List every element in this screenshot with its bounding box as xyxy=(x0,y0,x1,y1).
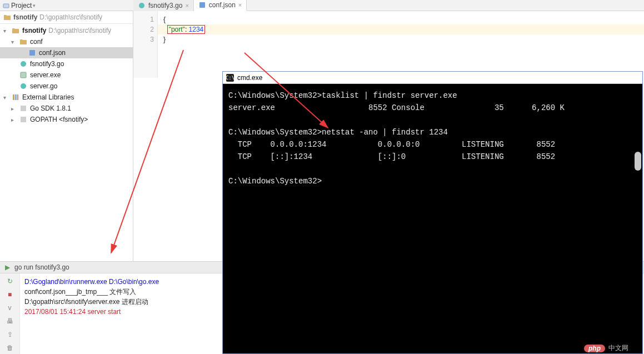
breadcrumb-path: D:\gopath\src\fsnotify xyxy=(39,13,102,21)
cmd-window: C:\ cmd.exe C:\Windows\System32>tasklist… xyxy=(222,71,643,354)
tree-item-label: server.exe xyxy=(30,71,61,79)
watermark-brand: php xyxy=(584,345,605,352)
tree-root[interactable]: ▾ fsnotify D:\gopath\src\fsnotify xyxy=(0,25,133,36)
code-editor[interactable]: 1 2 3 { "port": 1234 } xyxy=(133,11,644,78)
expand-arrow-icon[interactable]: ▸ xyxy=(11,117,17,123)
sdk-icon xyxy=(19,104,28,113)
tree-gopath[interactable]: ▸ GOPATH <fsnotify> xyxy=(0,114,133,125)
breadcrumb: fsnotify D:\gopath\src\fsnotify xyxy=(0,11,133,24)
chevron-down-icon: ▾ xyxy=(33,3,36,8)
project-label: Project xyxy=(11,2,32,9)
scrollbar-thumb[interactable] xyxy=(635,152,641,171)
run-config-name[interactable]: go run fsnotify3.go xyxy=(14,263,69,271)
editor-body[interactable]: { "port": 1234 } xyxy=(158,11,644,78)
library-icon xyxy=(11,93,20,102)
svg-point-1 xyxy=(139,3,144,8)
tab-label: fsnotify3.go xyxy=(148,2,182,9)
cmd-titlebar[interactable]: C:\ cmd.exe xyxy=(223,72,642,84)
tree-item-label: server.go xyxy=(30,82,57,90)
exe-file-icon xyxy=(19,71,28,79)
tree-item-label: conf xyxy=(30,38,43,46)
cmd-output[interactable]: C:\Windows\System32>tasklist | findstr s… xyxy=(223,84,642,193)
tree-folder-conf[interactable]: ▾ conf xyxy=(0,36,133,47)
go-file-icon xyxy=(138,2,146,9)
expand-arrow-icon[interactable]: ▾ xyxy=(3,28,9,34)
svg-rect-11 xyxy=(21,117,26,122)
svg-rect-5 xyxy=(21,72,26,78)
svg-rect-10 xyxy=(21,106,26,111)
tree-go-sdk[interactable]: ▸ Go SDK 1.8.1 xyxy=(0,103,133,114)
tree-item-path: D:\gopath\src\fsnotify xyxy=(48,27,111,34)
tree-file-server-go[interactable]: server.go xyxy=(0,81,133,92)
tree-item-label: GOPATH <fsnotify> xyxy=(30,116,88,123)
close-icon[interactable]: × xyxy=(185,2,188,9)
tab-conf-json[interactable]: conf.json × xyxy=(194,0,247,11)
expand-arrow-icon[interactable]: ▸ xyxy=(11,106,17,112)
svg-rect-3 xyxy=(29,50,35,56)
tree-file-fsnotify3[interactable]: fsnotify3.go xyxy=(0,58,133,69)
print-icon[interactable]: 🖶 xyxy=(6,317,14,326)
svg-rect-0 xyxy=(3,4,9,8)
console-gutter: ↻ ■ v 🖶 ⇪ 🗑 xyxy=(0,273,20,354)
cmd-icon: C:\ xyxy=(226,74,234,82)
svg-rect-2 xyxy=(199,2,205,8)
console-line: D:\gopath\src\fsnotify\server.exe 进程启动 xyxy=(24,298,148,306)
project-tree[interactable]: ▾ fsnotify D:\gopath\src\fsnotify ▾ conf… xyxy=(0,24,133,126)
highlighted-kv: "port": 1234 xyxy=(167,25,206,34)
svg-point-6 xyxy=(21,83,26,89)
editor-tabs: fsnotify3.go × conf.json × xyxy=(133,0,644,11)
export-icon[interactable]: ⇪ xyxy=(6,330,14,339)
console-line: conf\conf.json___jb_tmp___ 文件写入 xyxy=(24,288,136,296)
code-brace: } xyxy=(163,36,166,43)
tree-item-label: Go SDK 1.8.1 xyxy=(30,104,71,112)
line-number: 2 xyxy=(133,24,154,34)
tree-item-label: External Libraries xyxy=(22,93,74,101)
svg-rect-7 xyxy=(13,94,14,100)
rerun-icon[interactable]: ↻ xyxy=(6,277,14,286)
line-number: 3 xyxy=(133,34,154,44)
folder-icon xyxy=(11,26,20,35)
project-icon xyxy=(2,2,10,9)
code-brace: { xyxy=(163,16,166,23)
console-line: 2017/08/01 15:41:24 server start xyxy=(24,308,121,316)
breadcrumb-root: fsnotify xyxy=(13,13,37,21)
tree-item-label: fsnotify xyxy=(22,27,46,34)
tab-label: conf.json xyxy=(209,1,236,9)
clear-icon[interactable]: 🗑 xyxy=(6,343,14,352)
tree-item-label: fsnotify3.go xyxy=(30,60,64,68)
project-tree-panel: fsnotify D:\gopath\src\fsnotify ▾ fsnoti… xyxy=(0,11,133,261)
go-file-icon xyxy=(19,59,28,68)
close-icon[interactable]: × xyxy=(238,2,242,8)
cmd-title-text: cmd.exe xyxy=(237,74,262,82)
console-line: D:\Gogland\bin\runnerw.exe D:\Go\bin\go.… xyxy=(24,278,159,286)
json-file-icon xyxy=(28,48,37,57)
tree-external-libs[interactable]: ▾ External Libraries xyxy=(0,92,133,103)
go-file-icon xyxy=(19,82,28,91)
json-file-icon xyxy=(198,1,206,9)
expand-arrow-icon[interactable]: ▾ xyxy=(11,39,17,45)
folder-icon xyxy=(19,37,28,46)
tree-item-label: conf.json xyxy=(39,49,66,57)
expand-arrow-icon[interactable]: ▾ xyxy=(3,94,9,101)
svg-rect-9 xyxy=(17,94,18,100)
watermark-text: 中文网 xyxy=(608,343,628,353)
line-number: 1 xyxy=(133,14,154,24)
tree-file-server-exe[interactable]: server.exe xyxy=(0,69,133,81)
tree-file-conf-json[interactable]: conf.json xyxy=(0,47,133,58)
scroll-icon[interactable]: v xyxy=(6,303,14,312)
svg-point-4 xyxy=(21,61,26,67)
sdk-icon xyxy=(19,115,28,124)
editor-gutter: 1 2 3 xyxy=(133,11,158,78)
stop-icon[interactable]: ■ xyxy=(6,290,14,299)
svg-rect-8 xyxy=(15,94,17,100)
folder-icon xyxy=(3,13,11,21)
tab-fsnotify3[interactable]: fsnotify3.go × xyxy=(133,0,194,11)
watermark: php 中文网 xyxy=(584,343,628,353)
run-icon[interactable]: ▶ xyxy=(3,263,11,271)
project-dropdown[interactable]: Project ▾ xyxy=(2,2,36,9)
